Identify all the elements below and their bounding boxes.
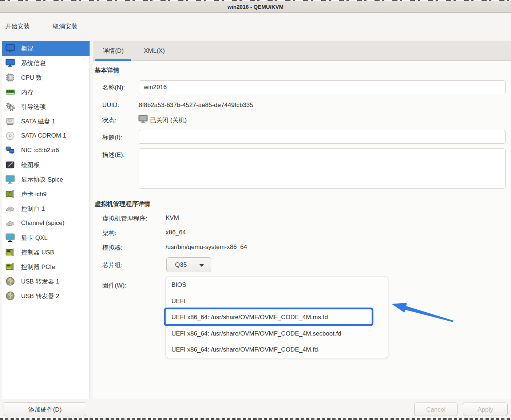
soundcard-icon: ♪ xyxy=(5,189,15,199)
sidebar-item-tablet[interactable]: 绘图板 xyxy=(2,158,90,172)
bottom-crop-artifact xyxy=(0,418,511,420)
gears-icon xyxy=(5,102,15,111)
sidebar-item-nic[interactable]: NIC :c8:b2:a6 xyxy=(2,143,90,158)
firmware-options-list: BIOSUEFIUEFI x86_64: /usr/share/OVMF/OVM… xyxy=(166,277,388,358)
sidebar-item-console-1[interactable]: 控制台 1 xyxy=(2,201,90,216)
tablet-icon xyxy=(5,160,15,170)
architecture-label: 架构: xyxy=(102,229,116,237)
svg-text:♪: ♪ xyxy=(7,191,10,197)
disk-icon xyxy=(5,116,15,126)
chipset-value: Q35 xyxy=(175,258,187,272)
pci-card-icon xyxy=(5,247,15,257)
apply-button[interactable]: Apply xyxy=(463,403,508,416)
architecture-value: x86_64 xyxy=(166,229,186,236)
sidebar-item-label: NIC :c8:b2:a6 xyxy=(21,147,59,154)
virt-manager-window: win2016 - QEMU/KVM 开始安装 取消安装 概况系统信息CPU 数… xyxy=(0,0,511,420)
hypervisor-value: KVM xyxy=(166,214,179,222)
chipset-label: 芯片组: xyxy=(102,261,123,269)
firmware-label: 固件(W): xyxy=(102,281,126,290)
monitor-blue-icon xyxy=(5,58,15,68)
begin-installation-button[interactable]: 开始安装 xyxy=(5,20,30,33)
sidebar-item-label: 显示协议 Spice xyxy=(21,175,63,184)
firmware-option[interactable]: UEFI x86_64: /usr/share/OVMF/OVMF_CODE_4… xyxy=(166,326,388,342)
shutoff-monitor-icon xyxy=(138,115,148,123)
sidebar-item-label: 引导选项 xyxy=(21,103,46,111)
chevron-down-icon xyxy=(199,264,204,267)
window-title: win2016 - QEMU/KVM xyxy=(0,1,511,12)
hypervisor-details-heading: 虚拟机管理程序详情 xyxy=(95,200,150,208)
sidebar-item-label: 内存 xyxy=(21,88,33,96)
sidebar-item-channel-spice[interactable]: Channel (spice) xyxy=(2,216,90,230)
cancel-installation-button[interactable]: 取消安装 xyxy=(53,20,78,33)
firmware-option[interactable]: UEFI xyxy=(166,293,388,310)
serial-icon xyxy=(5,218,15,228)
sidebar-item-os-info[interactable]: 系统信息 xyxy=(2,56,90,70)
sidebar-item-usb-redirector-1[interactable]: USB 转发器 1 xyxy=(2,274,90,289)
firmware-option[interactable]: BIOS xyxy=(166,277,388,293)
tab-details[interactable]: 详情(D) xyxy=(93,41,133,61)
sidebar-item-sound-ich9[interactable]: ♪声卡 ich9 xyxy=(2,187,90,201)
sidebar-item-boot-options[interactable]: 引导选项 xyxy=(2,99,90,114)
sidebar-item-label: 概况 xyxy=(21,44,33,53)
sidebar-item-display-spice[interactable]: 显示协议 Spice xyxy=(2,172,90,187)
sidebar-item-label: SATA CDROM 1 xyxy=(21,132,66,139)
memory-icon xyxy=(5,87,15,97)
sidebar-item-label: USB 转发器 2 xyxy=(21,292,59,300)
sidebar-item-controller-usb[interactable]: 控制器 USB xyxy=(2,245,90,259)
serial-icon xyxy=(5,204,15,213)
tab-strip: 详情(D) XML(X) xyxy=(93,41,511,61)
uuid-label: UUID: xyxy=(102,102,119,109)
status-label: 状态: xyxy=(102,116,116,124)
sidebar-item-label: Channel (spice) xyxy=(21,219,64,227)
add-hardware-button[interactable]: 添加硬件(D) xyxy=(4,402,86,416)
title-bar: win2016 - QEMU/KVM xyxy=(0,1,511,13)
sidebar-item-label: 绘图板 xyxy=(21,161,40,169)
monitor-cyan-icon xyxy=(5,175,15,184)
sidebar-item-sata-disk-1[interactable]: SATA 磁盘 1 xyxy=(2,114,90,128)
cdrom-icon xyxy=(5,131,15,140)
sidebar-item-memory[interactable]: 内存 xyxy=(2,85,90,99)
basic-details-heading: 基本详情 xyxy=(95,66,119,75)
usb-icon xyxy=(5,291,15,301)
sidebar-item-controller-pcie[interactable]: 控制器 PCIe xyxy=(2,259,90,274)
nic-icon xyxy=(5,146,15,155)
sidebar-item-label: SATA 磁盘 1 xyxy=(21,117,55,126)
emulator-value: /usr/bin/qemu-system-x86_64 xyxy=(166,243,247,251)
sidebar-item-label: 系统信息 xyxy=(21,59,46,67)
title-input[interactable] xyxy=(139,130,506,144)
title-label: 标题(I): xyxy=(102,133,122,142)
sidebar-item-video-qxl[interactable]: 显卡 QXL xyxy=(2,230,90,245)
sidebar-item-sata-cdrom-1[interactable]: SATA CDROM 1 xyxy=(2,128,90,143)
monitor-blue-icon xyxy=(5,44,15,53)
chipset-dropdown[interactable]: Q35 xyxy=(166,257,211,272)
firmware-option[interactable]: UEFI x86_64: /usr/share/OVMF/OVMF_CODE_4… xyxy=(166,342,388,358)
sidebar-item-label: 显卡 QXL xyxy=(21,234,48,242)
hardware-list: 概况系统信息CPU 数内存引导选项SATA 磁盘 1SATA CDROM 1NI… xyxy=(2,41,90,399)
description-textarea[interactable] xyxy=(139,148,506,189)
name-label: 名称(N): xyxy=(102,83,125,92)
description-label: 描述(E): xyxy=(102,151,124,159)
pci-card-icon xyxy=(5,262,15,272)
cpu-icon xyxy=(5,73,15,82)
sidebar-item-label: 声卡 ich9 xyxy=(21,190,47,198)
sidebar-item-label: USB 转发器 1 xyxy=(21,277,59,286)
sidebar-item-label: 控制器 USB xyxy=(21,248,54,257)
emulator-label: 模拟器: xyxy=(102,243,123,252)
name-input[interactable] xyxy=(139,80,506,94)
sidebar-item-usb-redirector-2[interactable]: USB 转发器 2 xyxy=(2,289,90,303)
sidebar-item-label: 控制器 PCIe xyxy=(21,263,55,271)
tab-xml[interactable]: XML(X) xyxy=(133,41,175,61)
hypervisor-label: 虚拟机管理程序: xyxy=(102,214,147,223)
firmware-option[interactable]: UEFI x86_64: /usr/share/OVMF/OVMF_CODE_4… xyxy=(166,309,388,326)
cancel-button[interactable]: Cancel xyxy=(414,403,457,416)
sidebar-item-label: CPU 数 xyxy=(21,74,42,82)
monitor-cyan-icon xyxy=(5,233,15,242)
sidebar-item-label: 控制台 1 xyxy=(21,205,45,213)
status-value: 已关闭 (关机) xyxy=(150,116,187,124)
usb-icon xyxy=(5,277,15,286)
sidebar-item-overview[interactable]: 概况 xyxy=(2,41,90,56)
uuid-value: 8f8b2a53-637b-4527-ae85-de7449fcb335 xyxy=(139,102,253,109)
sidebar-item-cpus[interactable]: CPU 数 xyxy=(2,70,90,85)
